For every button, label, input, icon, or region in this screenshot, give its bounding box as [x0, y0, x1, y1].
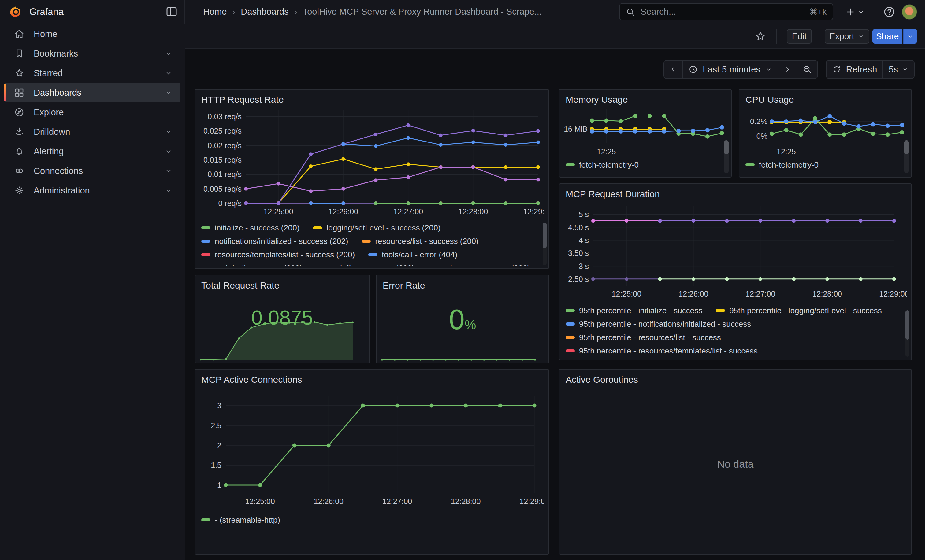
top-header: Grafana Home › Dashboards › ToolHive MCP… [0, 0, 925, 24]
sidebar-item-connections[interactable]: Connections [4, 161, 181, 181]
legend-label: 95th percentile - logging/setLevel - suc… [729, 306, 882, 315]
memory-usage-chart[interactable]: 12:2516 MiB [564, 105, 731, 156]
sidebar-item-alerting[interactable]: Alerting [4, 141, 181, 161]
sidebar-item-dashboards[interactable]: Dashboards [4, 83, 181, 102]
memory-legend: fetch-telemetry-0 [559, 156, 731, 174]
panel-title[interactable]: MCP Active Connections [195, 369, 548, 385]
panel-title[interactable]: CPU Usage [739, 90, 911, 105]
edit-button[interactable]: Edit [787, 29, 812, 44]
content-area: Edit Export Share Last 5 minutes [185, 24, 925, 560]
add-new-button[interactable] [842, 4, 868, 20]
legend-item[interactable]: 95th percentile - notifications/initiali… [566, 320, 751, 329]
sidebar-item-home[interactable]: Home [4, 24, 181, 44]
legend-item[interactable]: tools/call - success (200) [201, 263, 302, 267]
legend-item[interactable]: unknown - success (200) [428, 263, 530, 267]
svg-text:0.01 req/s: 0.01 req/s [208, 170, 242, 179]
total-request-rate-value: 0.0875 [195, 306, 369, 329]
panel-error-rate: Error Rate 0% [376, 275, 549, 363]
legend-swatch [566, 163, 575, 166]
panel-title[interactable]: Total Request Rate [195, 275, 369, 291]
legend-swatch [746, 163, 755, 166]
legend-item[interactable]: tools/list - success (200) [316, 263, 414, 267]
refresh-interval-picker[interactable]: 5s [883, 60, 914, 78]
svg-text:0.2%: 0.2% [750, 117, 767, 126]
search-input[interactable] [640, 6, 809, 17]
refresh-group: Refresh 5s [826, 60, 914, 79]
svg-text:4.50 s: 4.50 s [568, 223, 589, 232]
sidebar-item-label: Explore [34, 107, 63, 117]
grafana-logo-icon [9, 5, 23, 19]
sidebar-item-drilldown[interactable]: Drilldown [4, 122, 181, 141]
error-rate-sparkline[interactable] [381, 355, 545, 361]
legend-label: 95th percentile - initialize - success [579, 306, 702, 315]
export-button[interactable]: Export [825, 29, 869, 44]
time-controls: Last 5 minutes Refresh 5s [663, 60, 914, 79]
avatar[interactable] [902, 4, 917, 20]
chevron-down-icon [902, 66, 908, 73]
breadcrumb-home[interactable]: Home [203, 7, 227, 17]
sidebar-item-explore[interactable]: Explore [4, 102, 181, 122]
http-request-rate-chart[interactable]: 12:25:0012:26:0012:27:0012:28:0012:29:00… [199, 105, 548, 219]
panel-title[interactable]: MCP Request Duration [559, 184, 911, 199]
legend-item[interactable]: notifications/initialized - success (202… [201, 237, 348, 246]
brand-label: Grafana [29, 6, 63, 17]
panel-cpu-usage: CPU Usage 12:250.2%0% fetch-telemetry-0 [739, 89, 912, 177]
legend-label: resources/list - success (200) [375, 237, 478, 246]
svg-text:4 s: 4 s [579, 236, 589, 245]
legend-item[interactable]: - (streamable-http) [201, 515, 280, 525]
home-icon [14, 29, 24, 39]
svg-text:0.03 req/s: 0.03 req/s [208, 112, 242, 121]
clock-icon [688, 65, 698, 74]
cpu-usage-chart[interactable]: 12:250.2%0% [744, 105, 911, 156]
zoom-out-button[interactable] [797, 60, 817, 78]
chevron-down-icon [164, 69, 173, 77]
breadcrumb-dashboards[interactable]: Dashboards [241, 7, 288, 17]
panel-title[interactable]: Error Rate [377, 275, 548, 291]
mcp-request-duration-chart[interactable]: 12:25:0012:26:0012:27:0012:28:0012:29:00… [564, 201, 911, 302]
mcp-active-connections-chart[interactable]: 12:25:0012:26:0012:27:0012:28:0012:29:00… [199, 389, 548, 511]
refresh-interval-label: 5s [889, 65, 898, 75]
legend-swatch [566, 323, 575, 326]
refresh-button[interactable]: Refresh [827, 60, 883, 78]
grid-icon [14, 87, 24, 98]
legend-item[interactable]: 95th percentile - initialize - success [566, 306, 702, 315]
sidebar-item-administration[interactable]: Administration [4, 181, 181, 200]
legend-item[interactable]: resources/templates/list - success (200) [201, 250, 355, 260]
compass-icon [14, 107, 24, 117]
svg-text:2.50 s: 2.50 s [568, 275, 589, 283]
search-input-container[interactable]: ⌘+k [619, 3, 833, 21]
sidebar-item-starred[interactable]: Starred [4, 63, 181, 83]
share-dropdown-button[interactable] [903, 29, 917, 44]
sidebar-toggle-icon[interactable] [165, 6, 178, 18]
svg-text:0.005 req/s: 0.005 req/s [203, 185, 242, 193]
scrollbar-thumb[interactable] [904, 140, 909, 155]
svg-text:1: 1 [217, 481, 221, 489]
chevron-down-icon [164, 89, 173, 97]
panel-title[interactable]: Memory Usage [559, 90, 731, 105]
scrollbar-thumb[interactable] [905, 310, 909, 339]
time-forward-button[interactable] [778, 60, 797, 78]
share-button[interactable]: Share [872, 29, 902, 44]
legend-item[interactable]: fetch-telemetry-0 [566, 160, 639, 170]
svg-text:12:29:00: 12:29:00 [523, 207, 544, 216]
help-icon[interactable] [882, 5, 896, 19]
legend-label: unknown - success (200) [441, 263, 530, 267]
legend-item[interactable]: 95th percentile - resources/list - succe… [566, 333, 721, 342]
legend-item[interactable]: resources/list - success (200) [362, 237, 478, 246]
chevron-down-icon [164, 186, 173, 194]
time-back-button[interactable] [664, 60, 683, 78]
sidebar-item-bookmarks[interactable]: Bookmarks [4, 44, 181, 63]
refresh-icon [832, 65, 841, 74]
legend-item[interactable]: tools/call - error (404) [368, 250, 457, 260]
time-range-picker[interactable]: Last 5 minutes [683, 60, 778, 78]
legend-item[interactable]: initialize - success (200) [201, 223, 300, 233]
panel-title[interactable]: Active Goroutines [559, 369, 911, 385]
legend-item[interactable]: fetch-telemetry-0 [746, 160, 818, 170]
legend-item[interactable]: logging/setLevel - success (200) [313, 223, 440, 233]
star-dashboard-icon[interactable] [754, 30, 767, 42]
scrollbar-thumb[interactable] [724, 140, 729, 155]
scrollbar-thumb[interactable] [542, 222, 547, 248]
legend-item[interactable]: 95th percentile - logging/setLevel - suc… [716, 306, 882, 315]
panel-title[interactable]: HTTP Request Rate [195, 90, 548, 105]
legend-item[interactable]: 95th percentile - resources/templates/li… [566, 346, 758, 353]
